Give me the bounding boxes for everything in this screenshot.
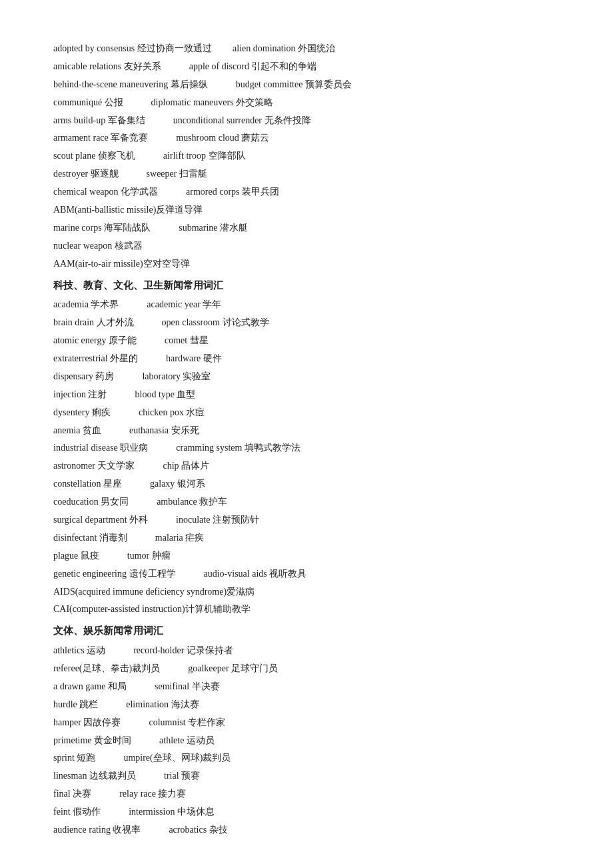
vocab-line: sprint 短跑 umpire(垒球、网球)裁判员 (53, 749, 560, 767)
vocab-line: anemia 贫血 euthanasia 安乐死 (53, 422, 560, 439)
vocab-line: athletics 运动 record-holder 记录保持者 (53, 642, 560, 659)
vocab-line: arms build-up 军备集结 unconditional surrend… (53, 112, 560, 129)
vocab-line: AAM(air-to-air missile)空对空导弹 (53, 255, 560, 273)
vocab-line: ABM(anti-ballistic missile)反弹道导弹 (53, 201, 560, 219)
vocab-line: marine corps 海军陆战队 submarine 潜水艇 (53, 219, 560, 237)
vocab-line: audience rating 收视率 acrobatics 杂技 (53, 821, 560, 839)
main-content: adopted by consensus 经过协商一致通过 alien domi… (53, 40, 560, 839)
vocab-line: a drawn game 和局 semifinal 半决赛 (53, 678, 560, 695)
section-heading: 文体、娱乐新闻常用词汇 (53, 622, 560, 641)
vocab-line: constellation 星座 galaxy 银河系 (53, 475, 560, 493)
vocab-line: AIDS(acquired immune deficiency syndrome… (53, 583, 560, 601)
vocab-line: industrial disease 职业病 cramming system 填… (53, 439, 560, 457)
vocab-line: nuclear weapon 核武器 (53, 237, 560, 255)
vocab-line: behind-the-scene maneuvering 幕后操纵 budget… (53, 76, 560, 93)
vocab-line: hurdle 跳栏 elimination 海汰赛 (53, 696, 560, 713)
vocab-line: feint 假动作 intermission 中场休息 (53, 803, 560, 821)
vocab-line: hamper 因故停赛 columnist 专栏作家 (53, 714, 560, 731)
vocab-line: dysentery 痢疾 chicken pox 水痘 (53, 404, 560, 421)
vocab-line: CAI(computer-assisted instruction)计算机辅助教… (53, 601, 560, 618)
vocab-line: amicable relations 友好关系 apple of discord… (53, 58, 560, 75)
vocab-line: atomic energy 原子能 comet 彗星 (53, 332, 560, 349)
vocab-line: dispensary 药房 laboratory 实验室 (53, 368, 560, 385)
vocab-line: chemical weapon 化学武器 armored corps 装甲兵团 (53, 183, 560, 201)
vocab-line: referee(足球、拳击)裁判员 goalkeeper 足球守门员 (53, 660, 560, 677)
vocab-line: primetime 黄金时间 athlete 运动员 (53, 732, 560, 749)
vocab-line: armament race 军备竞赛 mushroom cloud 蘑菇云 (53, 129, 560, 147)
vocab-line: brain drain 人才外流 open classroom 讨论式教学 (53, 314, 560, 331)
vocab-line: academia 学术界 academic year 学年 (53, 296, 560, 313)
vocab-line: extraterrestrial 外星的 hardware 硬件 (53, 350, 560, 367)
vocab-line: scout plane 侦察飞机 airlift troop 空降部队 (53, 147, 560, 165)
vocab-line: linesman 边线裁判员 trial 预赛 (53, 767, 560, 785)
vocab-line: coeducation 男女同 ambulance 救护车 (53, 493, 560, 511)
vocab-line: disinfectant 消毒剂 malaria 疟疾 (53, 529, 560, 547)
section-heading: 科技、教育、文化、卫生新闻常用词汇 (53, 277, 560, 295)
vocab-line: destroyer 驱逐舰 sweeper 扫雷艇 (53, 165, 560, 183)
vocab-line: genetic engineering 遗传工程学 audio-visual a… (53, 565, 560, 583)
vocab-line: surgical department 外科 inoculate 注射预防针 (53, 511, 560, 529)
vocab-line: plague 鼠疫 tumor 肿瘤 (53, 547, 560, 565)
vocab-line: injection 注射 blood type 血型 (53, 386, 560, 403)
vocab-line: communiqué 公报 diplomatic maneuvers 外交策略 (53, 94, 560, 111)
vocab-line: adopted by consensus 经过协商一致通过 alien domi… (53, 40, 560, 57)
vocab-line: astronomer 天文学家 chip 晶体片 (53, 457, 560, 475)
vocab-line: final 决赛 relay race 接力赛 (53, 785, 560, 803)
